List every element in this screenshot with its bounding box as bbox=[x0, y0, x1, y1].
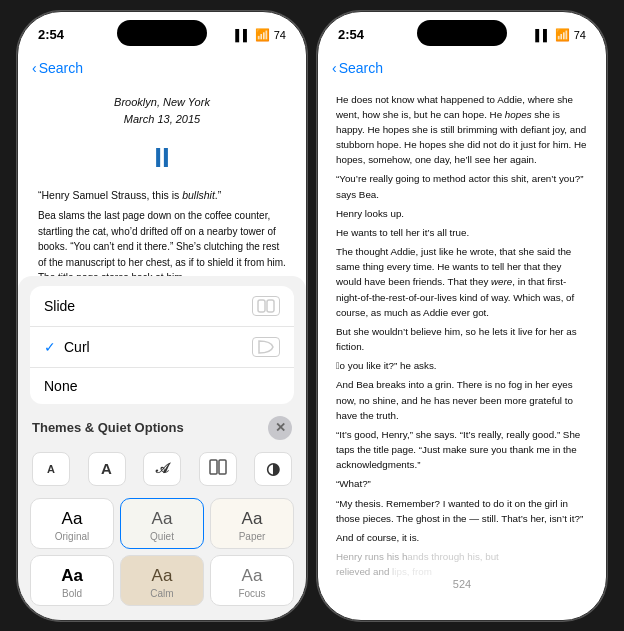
brightness-button[interactable]: ◑ bbox=[254, 452, 292, 486]
right-para-1: He does not know what happened to Addie,… bbox=[336, 92, 588, 168]
themes-label: Themes & Quiet Options bbox=[32, 420, 184, 435]
slide-option-slide[interactable]: Slide bbox=[30, 286, 294, 327]
nav-bar-left: ‹ Search bbox=[18, 50, 306, 86]
theme-bold-label: Bold bbox=[39, 588, 105, 599]
slide-panel: Slide ✓ Curl None Themes bbox=[18, 276, 306, 620]
back-button-right[interactable]: ‹ Search bbox=[332, 60, 383, 76]
close-button[interactable]: ✕ bbox=[268, 416, 292, 440]
back-label-right: Search bbox=[339, 60, 383, 76]
curl-label: Curl bbox=[64, 339, 252, 355]
svg-rect-0 bbox=[258, 300, 265, 312]
large-a-label: A bbox=[101, 460, 112, 477]
theme-paper[interactable]: Aa Paper bbox=[210, 498, 294, 549]
paragraph1: “Henry Samuel Strauss, this is bullshit.… bbox=[38, 187, 286, 203]
back-button-left[interactable]: ‹ Search bbox=[32, 60, 83, 76]
right-para-2: “You’re really going to method actor thi… bbox=[336, 171, 588, 201]
theme-quiet-aa: Aa bbox=[129, 509, 195, 529]
svg-rect-3 bbox=[219, 460, 226, 474]
theme-calm[interactable]: Aa Calm bbox=[120, 555, 204, 606]
battery-icon-right: 74 bbox=[574, 29, 586, 41]
right-para-5: The thought Addie, just like he wrote, t… bbox=[336, 244, 588, 320]
page-number: 524 bbox=[318, 578, 606, 596]
right-phone: 2:54 ▌▌ 📶 74 ‹ Search He does not know w… bbox=[317, 11, 607, 621]
chapter-number: II bbox=[38, 136, 286, 179]
right-para-4: He wants to tell her it’s all true. bbox=[336, 225, 588, 240]
small-a-label: A bbox=[47, 463, 55, 475]
svg-rect-2 bbox=[210, 460, 217, 474]
status-bar-left: 2:54 ▌▌ 📶 74 bbox=[18, 12, 306, 50]
theme-original-label: Original bbox=[39, 531, 105, 542]
nav-bar-right: ‹ Search bbox=[318, 50, 606, 86]
paragraph2: Bea slams the last page down on the coff… bbox=[38, 208, 286, 286]
small-a-button[interactable]: A bbox=[32, 452, 70, 486]
book-header: Brooklyn, New York March 13, 2015 bbox=[38, 94, 286, 128]
theme-quiet[interactable]: Aa Quiet bbox=[120, 498, 204, 549]
status-icons-right: ▌▌ 📶 74 bbox=[535, 28, 586, 42]
theme-focus-label: Focus bbox=[219, 588, 285, 599]
chevron-left-icon: ‹ bbox=[32, 60, 37, 76]
theme-calm-aa: Aa bbox=[129, 566, 195, 586]
slide-option-none[interactable]: None bbox=[30, 368, 294, 404]
theme-paper-aa: Aa bbox=[219, 509, 285, 529]
theme-calm-label: Calm bbox=[129, 588, 195, 599]
curl-check: ✓ bbox=[44, 339, 56, 355]
wifi-icon: 📶 bbox=[255, 28, 270, 42]
wifi-icon-right: 📶 bbox=[555, 28, 570, 42]
right-para-11: “My thesis. Remember? I wanted to do it … bbox=[336, 496, 588, 526]
font-icon: 𝒜 bbox=[156, 460, 168, 477]
header-line2: March 13, 2015 bbox=[124, 113, 200, 125]
themes-bar: Themes & Quiet Options ✕ bbox=[18, 410, 306, 446]
theme-focus-aa: Aa bbox=[219, 566, 285, 586]
toolbar-row: A A 𝒜 ◑ bbox=[18, 446, 306, 492]
left-phone: 2:54 ▌▌ 📶 74 ‹ Search Brooklyn, New York… bbox=[17, 11, 307, 621]
battery-icon: 74 bbox=[274, 29, 286, 41]
status-time-right: 2:54 bbox=[338, 27, 364, 42]
signal-icon: ▌▌ bbox=[235, 29, 251, 41]
theme-bold[interactable]: Aa Bold bbox=[30, 555, 114, 606]
right-para-8: And Bea breaks into a grin. There is no … bbox=[336, 377, 588, 423]
large-a-button[interactable]: A bbox=[88, 452, 126, 486]
right-para-12: And of course, it is. bbox=[336, 530, 588, 545]
theme-quiet-label: Quiet bbox=[129, 531, 195, 542]
themes-grid: Aa Original Aa Quiet Aa Paper Aa Bold Aa bbox=[18, 492, 306, 620]
theme-paper-label: Paper bbox=[219, 531, 285, 542]
brightness-icon: ◑ bbox=[266, 459, 280, 478]
page-button[interactable] bbox=[199, 452, 237, 486]
slide-options: Slide ✓ Curl None bbox=[30, 286, 294, 404]
status-bar-right: 2:54 ▌▌ 📶 74 bbox=[318, 12, 606, 50]
chevron-left-icon-right: ‹ bbox=[332, 60, 337, 76]
header-line1: Brooklyn, New York bbox=[114, 96, 210, 108]
none-label: None bbox=[44, 378, 77, 394]
theme-original[interactable]: Aa Original bbox=[30, 498, 114, 549]
right-para-fade: Henry runs his hands through his, butrel… bbox=[336, 549, 588, 577]
theme-original-aa: Aa bbox=[39, 509, 105, 529]
right-para-10: “What?” bbox=[336, 476, 588, 491]
book-content-right: He does not know what happened to Addie,… bbox=[318, 86, 606, 578]
slide-label: Slide bbox=[44, 298, 75, 314]
curl-icon bbox=[252, 337, 280, 357]
theme-focus[interactable]: Aa Focus bbox=[210, 555, 294, 606]
page-icon bbox=[209, 459, 227, 478]
right-para-9: “It’s good, Henry,” she says. “It’s real… bbox=[336, 427, 588, 473]
back-label-left: Search bbox=[39, 60, 83, 76]
font-button[interactable]: 𝒜 bbox=[143, 452, 181, 486]
theme-bold-aa: Aa bbox=[39, 566, 105, 586]
right-para-6: But she wouldn’t believe him, so he lets… bbox=[336, 324, 588, 354]
right-para-7: 𠇍o you like it?” he asks. bbox=[336, 358, 588, 373]
status-time-left: 2:54 bbox=[38, 27, 64, 42]
signal-icon-right: ▌▌ bbox=[535, 29, 551, 41]
slide-icon bbox=[252, 296, 280, 316]
slide-option-curl[interactable]: ✓ Curl bbox=[30, 327, 294, 368]
svg-rect-1 bbox=[267, 300, 274, 312]
right-para-3: Henry looks up. bbox=[336, 206, 588, 221]
status-icons-left: ▌▌ 📶 74 bbox=[235, 28, 286, 42]
phones-container: 2:54 ▌▌ 📶 74 ‹ Search Brooklyn, New York… bbox=[17, 11, 607, 621]
